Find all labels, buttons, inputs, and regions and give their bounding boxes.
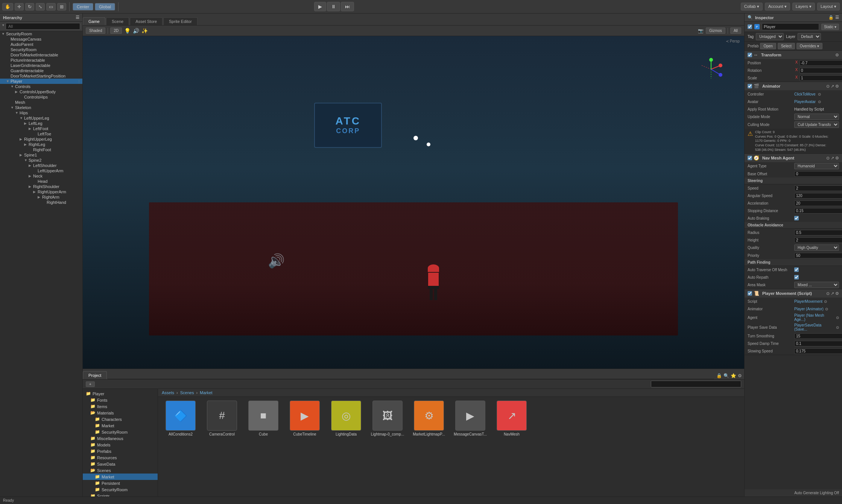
hierarchy-item-rightfoot[interactable]: RightFoot xyxy=(0,147,82,152)
asset-item-marketlightmapp---[interactable]: ⚙MarketLightmapP... xyxy=(410,401,448,436)
update-mode-dropdown[interactable]: Normal xyxy=(794,114,839,120)
hierarchy-menu-icon[interactable]: ☰ xyxy=(76,15,79,20)
static-button[interactable]: Static ▾ xyxy=(821,24,839,30)
player-movement-header[interactable]: 📜 Player Movement (Script) ⊙ ↗ ⚙ xyxy=(745,289,842,298)
pm-agent-value[interactable]: Player (Nav Mesh Age...) xyxy=(794,313,834,322)
inspector-lock[interactable]: 🔒 xyxy=(828,15,834,20)
breadcrumb-assets[interactable]: Assets xyxy=(162,390,174,395)
navmesh-header[interactable]: 🧭 Nav Mesh Agent ⊙ ↗ ⚙ xyxy=(745,154,842,162)
agent-type-dropdown[interactable]: Humanoid xyxy=(794,163,839,169)
global-button[interactable]: Global xyxy=(95,3,115,11)
hierarchy-item-lasergridinteractable[interactable]: LaserGridInteractable xyxy=(0,63,82,68)
hierarchy-item-controlsupperbody[interactable]: ▶ControlsUpperBody xyxy=(0,89,82,94)
project-tree-item-items[interactable]: 📁Items xyxy=(83,403,158,410)
hierarchy-item-neck[interactable]: ▶Neck xyxy=(0,173,82,179)
tab-game[interactable]: Game xyxy=(83,17,105,25)
audio-icon[interactable]: 🔊 xyxy=(133,28,139,34)
tab-scene[interactable]: Scene xyxy=(106,17,129,25)
hierarchy-item-securityroom[interactable]: ▼SecurityRoom xyxy=(0,31,82,36)
radius-field[interactable] xyxy=(794,230,842,235)
hierarchy-search-input[interactable] xyxy=(6,23,80,30)
area-mask-dropdown[interactable]: Mixed ... xyxy=(794,282,839,288)
asset-item-cubetimeline[interactable]: ▶CubeTimeline xyxy=(286,401,324,436)
asset-item-cube[interactable]: ■Cube xyxy=(245,401,282,436)
acceleration-field[interactable] xyxy=(794,200,842,206)
height-field[interactable] xyxy=(794,237,842,243)
project-tree-item-player[interactable]: 📁Player xyxy=(83,390,158,397)
hierarchy-item-doortomarketstartingposition[interactable]: DoorToMarketStartingPosition xyxy=(0,73,82,79)
pm-ref-icon[interactable]: ⊙ xyxy=(826,291,830,296)
project-tree-item-materials[interactable]: 📂Materials xyxy=(83,410,158,416)
pm-agent-target[interactable]: ⊙ xyxy=(836,316,839,320)
hierarchy-item-rightarm[interactable]: ▶RightArm xyxy=(0,194,82,200)
navmesh-active[interactable] xyxy=(748,156,752,160)
layers-dropdown[interactable]: Layers ▾ xyxy=(792,3,815,11)
project-tree-item-models[interactable]: 📁Models xyxy=(83,442,158,448)
project-tree-item-prefabs[interactable]: 📁Prefabs xyxy=(83,448,158,454)
pm-savedata-value[interactable]: PlayerSaveData (Save... xyxy=(794,323,834,331)
asset-item-lightmap-0-comp---[interactable]: 🖼Lightmap-0_comp... xyxy=(369,401,406,436)
select-prefab-btn[interactable]: Select xyxy=(778,43,795,49)
asset-item-lightingdata[interactable]: ◎LightingData xyxy=(327,401,365,436)
star-icon[interactable]: ⭐ xyxy=(731,373,736,378)
hierarchy-item-leftfoot[interactable]: ▶LeftFoot xyxy=(0,126,82,131)
search-icon[interactable]: 🔍 xyxy=(723,373,729,378)
hierarchy-item-leftleg[interactable]: ▶LeftLeg xyxy=(0,121,82,126)
tool-multi[interactable]: ⊞ xyxy=(57,3,66,11)
hierarchy-item-doortomarketinteractable[interactable]: DoorToMarketInteractable xyxy=(0,52,82,58)
pm-speeddamp-field[interactable] xyxy=(794,341,842,346)
center-button[interactable]: Center xyxy=(73,3,93,11)
overrides-btn[interactable]: Overrides ▾ xyxy=(796,43,822,49)
breadcrumb-market[interactable]: Market xyxy=(200,390,213,395)
persp-label[interactable]: ≺ Persp xyxy=(726,39,740,43)
animator-header[interactable]: 🎬 Animator ⊙ ↗ ⚙ xyxy=(745,82,842,90)
hierarchy-item-leftupperleg[interactable]: ▼LeftUpperLeg xyxy=(0,115,82,121)
navmesh-link-icon[interactable]: ↗ xyxy=(831,156,834,161)
pause-button[interactable]: ⏸ xyxy=(327,2,340,11)
tab-asset-store[interactable]: Asset Store xyxy=(130,17,163,25)
hierarchy-item-rightupperleg[interactable]: ▶RightUpperLeg xyxy=(0,137,82,142)
animator-ref-icon[interactable]: ⊙ xyxy=(826,84,830,89)
tag-dropdown[interactable]: Untagged xyxy=(756,33,784,40)
project-tree-item-persistent[interactable]: 📁Persistent xyxy=(83,480,158,486)
account-dropdown[interactable]: Account ▾ xyxy=(765,3,790,11)
speed-field[interactable] xyxy=(794,185,842,191)
tool-move[interactable]: ✛ xyxy=(15,3,24,11)
hierarchy-item-rightshoulder[interactable]: ▶RightShoulder xyxy=(0,184,82,189)
hierarchy-item-rightleg[interactable]: ▶RightLeg xyxy=(0,142,82,147)
transform-header[interactable]: ↔ Transform ⚙ xyxy=(745,51,842,59)
project-tree-item-market[interactable]: 📁Market xyxy=(83,474,158,480)
tool-rotate[interactable]: ↻ xyxy=(25,3,34,11)
priority-field[interactable] xyxy=(794,253,842,258)
viewport[interactable]: ATC CORP 🔊 xyxy=(83,36,744,369)
pm-script-target[interactable]: ⊙ xyxy=(824,299,827,304)
animator-link-icon[interactable]: ↗ xyxy=(831,84,834,89)
pm-link-icon[interactable]: ↗ xyxy=(831,291,834,296)
hierarchy-item-spine1[interactable]: ▶Spine1 xyxy=(0,152,82,158)
project-tree-item-market[interactable]: 📁Market xyxy=(83,422,158,429)
auto-traverse-checkbox[interactable] xyxy=(794,267,799,272)
transform-active[interactable] xyxy=(748,53,752,57)
collab-dropdown[interactable]: Collab ▾ xyxy=(741,3,763,11)
add-project-btn[interactable]: + xyxy=(86,381,95,387)
breadcrumb-scenes[interactable]: Scenes xyxy=(180,390,194,395)
hierarchy-item-skeleton[interactable]: ▼Skeleton xyxy=(0,105,82,110)
all-button[interactable]: All xyxy=(730,27,741,34)
hierarchy-item-righthand[interactable]: RightHand xyxy=(0,200,82,205)
pm-animator-value[interactable]: Player (Animator) xyxy=(794,307,824,311)
scale-x-field[interactable] xyxy=(799,75,842,81)
layout-dropdown[interactable]: Layout ▾ xyxy=(817,3,840,11)
animator-active[interactable] xyxy=(748,84,752,88)
base-offset-field[interactable] xyxy=(794,171,842,177)
auto-braking-checkbox[interactable] xyxy=(794,216,799,220)
project-tree-item-resources[interactable]: 📁Resources xyxy=(83,454,158,461)
project-tree-item-miscellaneous[interactable]: 📁Miscellaneous xyxy=(83,435,158,442)
asset-item-allconditions2[interactable]: 🔷AllConditions2 xyxy=(162,401,199,436)
pm-active[interactable] xyxy=(748,291,752,296)
pm-animator-target[interactable]: ⊙ xyxy=(825,307,828,311)
hierarchy-item-controlships[interactable]: ControlsHips xyxy=(0,94,82,100)
fx-icon[interactable]: ✨ xyxy=(141,28,148,34)
step-button[interactable]: ⏭ xyxy=(341,2,354,11)
object-active-checkbox[interactable] xyxy=(748,24,752,29)
project-tab[interactable]: Project xyxy=(83,371,107,379)
